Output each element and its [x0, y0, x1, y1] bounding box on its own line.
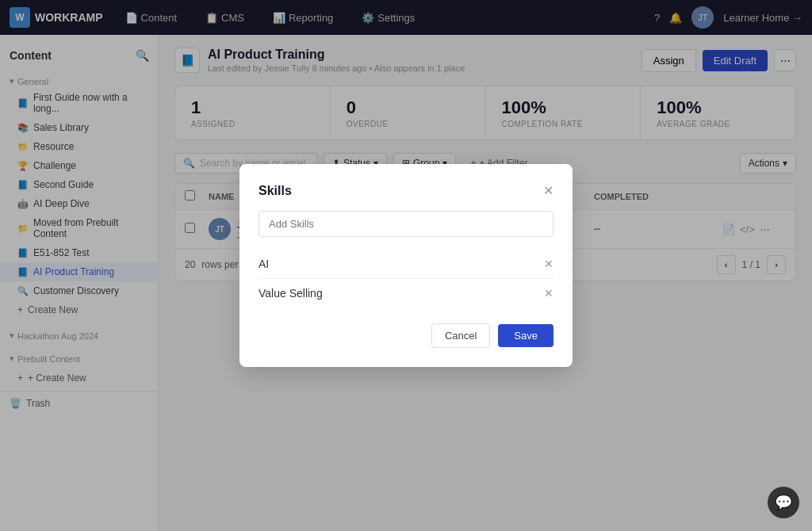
chat-bubble[interactable]: 💬: [768, 487, 799, 518]
modal-close-button[interactable]: ✕: [543, 183, 553, 198]
skills-list: AI ✕ Value Selling ✕: [259, 250, 553, 308]
skill-ai-remove[interactable]: ✕: [544, 258, 553, 270]
modal-header: Skills ✕: [259, 183, 553, 198]
modal-overlay: Skills ✕ AI ✕ Value Selling ✕ Cancel Sav…: [0, 0, 812, 531]
skill-row-ai: AI ✕: [259, 250, 553, 279]
modal-title: Skills: [259, 184, 292, 198]
skill-ai-name: AI: [259, 258, 269, 270]
add-skills-input[interactable]: [259, 211, 553, 237]
cancel-button[interactable]: Cancel: [431, 323, 490, 348]
skill-value-selling-name: Value Selling: [259, 287, 323, 300]
modal-footer: Cancel Save: [259, 323, 553, 348]
skill-value-selling-remove[interactable]: ✕: [544, 287, 553, 300]
skill-row-value-selling: Value Selling ✕: [259, 279, 553, 308]
save-button[interactable]: Save: [498, 324, 553, 347]
skills-modal: Skills ✕ AI ✕ Value Selling ✕ Cancel Sav…: [239, 164, 573, 367]
